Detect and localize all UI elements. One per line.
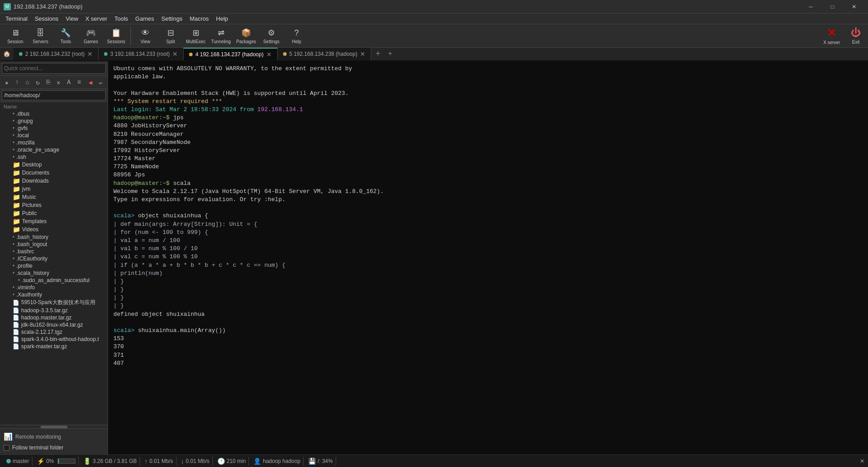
tab-new-btn[interactable]: + xyxy=(385,48,396,60)
toolbar-btn-servers[interactable]: 🗄Servers xyxy=(29,26,52,46)
exit-label: Exit xyxy=(852,40,860,45)
tree-item[interactable]: 📁Downloads xyxy=(0,177,108,185)
menu-item-help[interactable]: Help xyxy=(212,13,232,24)
tree-item[interactable]: 📁Videos xyxy=(0,225,108,234)
tree-item[interactable]: 📄59510-Spark大数据技术与应用 xyxy=(0,298,108,307)
tree-item[interactable]: 📄spark-3.4.0-bin-without-hadoop.t xyxy=(0,336,108,343)
sidebar-scrollbar-horizontal[interactable] xyxy=(0,425,108,428)
toolbar-btn-tools[interactable]: 🔧Tools xyxy=(54,26,77,46)
folder-icon: 📁 xyxy=(13,202,20,209)
tree-item[interactable]: •.sudo_as_admin_successful xyxy=(0,277,108,284)
tab-tab5[interactable]: 5 192.168.134.238 (hadoop) ✕ xyxy=(278,48,371,60)
tree-item-name: Downloads xyxy=(22,178,49,184)
tree-item[interactable]: 📁Templates xyxy=(0,217,108,225)
tree-item[interactable]: 📄scala-2.12.17.tgz xyxy=(0,328,108,336)
tree-item[interactable]: •.ICEauthority xyxy=(0,255,108,262)
tree-item[interactable]: 📄hadoop.master.tar.gz xyxy=(0,314,108,321)
menu-item-view[interactable]: View xyxy=(62,13,82,24)
minimize-button[interactable]: ─ xyxy=(801,0,821,13)
tree-item[interactable]: 📄jdk-8u162-linux-x64.tar.gz xyxy=(0,321,108,328)
tab-add-button[interactable]: + xyxy=(371,48,385,60)
sidebar-refresh-btn[interactable]: ↻ xyxy=(33,77,43,87)
menu-item-terminal[interactable]: Terminal xyxy=(2,13,31,24)
tree-item[interactable]: 📁Music xyxy=(0,193,108,201)
follow-folder-checkbox[interactable] xyxy=(4,445,9,451)
menu-item-sessions[interactable]: Sessions xyxy=(31,13,62,24)
toolbar-btn-split[interactable]: ⊟Split xyxy=(159,26,182,46)
tree-item[interactable]: 📄hadoop-3.3.5.tar.gz xyxy=(0,307,108,314)
tab-home[interactable]: 🏠 xyxy=(0,48,13,60)
toolbar-btn-multiexec[interactable]: ⊞MultiExec xyxy=(184,26,207,46)
tab-close-btn[interactable]: ✕ xyxy=(360,50,365,58)
remote-monitoring-btn[interactable]: 📊 Remote monitoring xyxy=(2,431,106,443)
tree-item[interactable]: •.scala_history xyxy=(0,269,108,277)
tree-item[interactable]: 📄spark-master.tar.gz xyxy=(0,343,108,350)
tree-item[interactable]: •.dbus xyxy=(0,110,108,117)
path-input[interactable] xyxy=(2,90,106,100)
window-title: 192.168.134.237 (hadoop) xyxy=(13,3,801,10)
tree-item[interactable]: •.profile xyxy=(0,262,108,269)
tree-item[interactable]: •.local xyxy=(0,132,108,139)
sidebar-left-arrow-btn[interactable]: ◀ xyxy=(85,77,95,87)
status-time-text: 210 min xyxy=(227,458,246,464)
toolbar-btn-session[interactable]: 🖥Session xyxy=(4,26,27,46)
menu-item-settings[interactable]: Settings xyxy=(158,13,186,24)
toolbar-btn-settings[interactable]: ⚙Settings xyxy=(260,26,283,46)
memory-icon: 🔋 xyxy=(83,458,91,465)
terminal-output[interactable]: Ubuntu comes with ABSOLUTELY NO WARRANTY… xyxy=(108,61,868,454)
xserver-button[interactable]: ✕ X server xyxy=(820,25,844,47)
tree-item[interactable]: •.bash_history xyxy=(0,234,108,241)
tab-close-btn[interactable]: ✕ xyxy=(172,50,178,58)
sidebar-star-btn[interactable]: ★ xyxy=(2,77,12,87)
tree-item[interactable]: 📁Pictures xyxy=(0,201,108,209)
tab-close-btn[interactable]: ✕ xyxy=(87,50,93,58)
tree-item[interactable]: •.Xauthority xyxy=(0,291,108,298)
sidebar-more-btn[interactable]: ≡ xyxy=(74,77,84,87)
maximize-button[interactable]: □ xyxy=(822,0,843,13)
toolbar-btn-sessions[interactable]: 📋Sessions xyxy=(104,26,128,46)
tree-item-name: .Xauthority xyxy=(16,292,42,298)
quick-connect-input[interactable] xyxy=(2,63,106,74)
tree-item[interactable]: •.gvfs xyxy=(0,125,108,132)
tree-item[interactable]: 📁Public xyxy=(0,209,108,217)
tree-item[interactable]: 📁Desktop xyxy=(0,161,108,169)
sidebar-rename-btn[interactable]: A xyxy=(64,77,74,87)
tree-item[interactable]: •.oracle_jre_usage xyxy=(0,146,108,153)
tree-item[interactable]: •.gnupg xyxy=(0,117,108,125)
tree-item[interactable]: 📁Documents xyxy=(0,169,108,177)
tab-tab4[interactable]: 4 192.168.134.237 (hadoop) ✕ xyxy=(184,48,277,60)
close-button[interactable]: ✕ xyxy=(844,0,864,13)
sidebar-copy-btn[interactable]: ⎘ xyxy=(43,77,53,87)
packages-icon: 📦 xyxy=(241,27,252,38)
tree-item[interactable]: •.mozilla xyxy=(0,139,108,146)
xserver-area: ✕ X server ⏻ Exit xyxy=(820,25,864,47)
tree-item[interactable]: •.bashrc xyxy=(0,248,108,255)
toolbar-btn-packages[interactable]: 📦Packages xyxy=(234,26,258,46)
toolbar-btn-view[interactable]: 👁View xyxy=(134,26,157,46)
status-close-btn[interactable]: ✕ xyxy=(860,458,864,464)
follow-folder-toggle[interactable]: Follow terminal folder xyxy=(2,443,106,453)
tree-item[interactable]: •.viminfo xyxy=(0,284,108,291)
sidebar-paint-btn[interactable]: ✏ xyxy=(96,77,106,87)
menu-item-tools[interactable]: Tools xyxy=(111,13,131,24)
tree-item[interactable]: 📁jvm xyxy=(0,185,108,193)
menu-item-macros[interactable]: Macros xyxy=(186,13,212,24)
sidebar-up-btn[interactable]: ↑ xyxy=(12,77,22,87)
sidebar-home-btn[interactable]: ⌂ xyxy=(22,77,32,87)
toolbar-btn-games[interactable]: 🎮Games xyxy=(79,26,103,46)
hidden-file-icon: • xyxy=(13,139,14,146)
menu-item-x server[interactable]: X server xyxy=(82,13,111,24)
sidebar-delete-btn[interactable]: ✕ xyxy=(54,77,63,87)
tab-close-btn[interactable]: ✕ xyxy=(266,51,272,58)
toolbar-btn-tunneling[interactable]: ⇌Tunneling xyxy=(209,26,233,46)
tab-tab2[interactable]: 2 192.168.134.232 (root) ✕ xyxy=(13,48,99,60)
upload-icon: ↑ xyxy=(144,458,148,465)
tree-item[interactable]: •.bash_logout xyxy=(0,241,108,248)
toolbar-btn-help[interactable]: ?Help xyxy=(285,26,308,46)
tree-item-name: jdk-8u162-linux-x64.tar.gz xyxy=(21,322,83,328)
help-icon: ? xyxy=(291,27,302,38)
tree-item[interactable]: •.ssh xyxy=(0,153,108,161)
exit-button[interactable]: ⏻ Exit xyxy=(847,25,864,46)
menu-item-games[interactable]: Games xyxy=(132,13,158,24)
tab-tab3[interactable]: 3 192.168.134.233 (root) ✕ xyxy=(99,48,184,60)
